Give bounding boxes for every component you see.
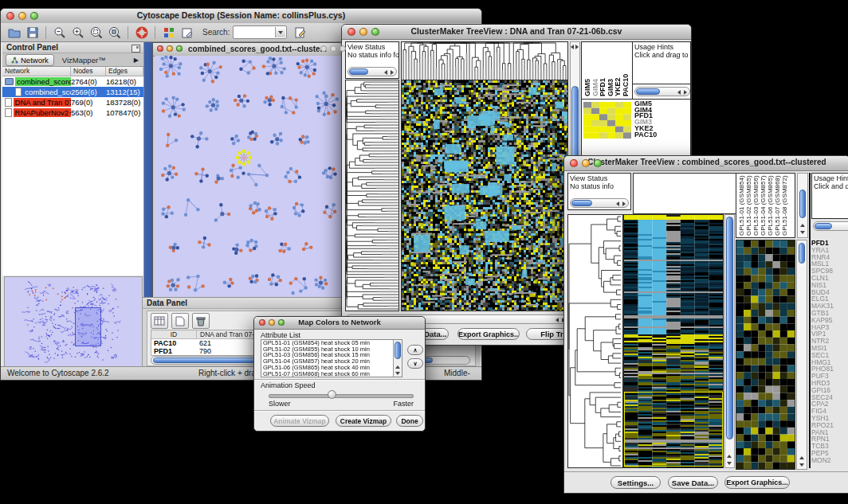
scrollbar-thumb[interactable] bbox=[636, 88, 660, 95]
column-label[interactable]: PFD1 bbox=[599, 78, 607, 96]
close-button[interactable] bbox=[6, 12, 14, 20]
scroll-right-icon[interactable] bbox=[391, 70, 394, 75]
scroll-down-icon[interactable] bbox=[799, 463, 804, 467]
close-button[interactable] bbox=[347, 28, 355, 36]
scroll-down-icon[interactable] bbox=[800, 231, 805, 234]
zoom-button[interactable] bbox=[30, 12, 38, 20]
tab-vizmapper[interactable]: VizMapper™ bbox=[62, 56, 106, 64]
zoom-detail-canvas[interactable] bbox=[736, 240, 795, 469]
tab-overflow-arrow[interactable]: ▶ bbox=[134, 57, 139, 64]
network-overview-canvas[interactable] bbox=[5, 277, 142, 366]
scroll-left-icon[interactable] bbox=[556, 318, 559, 322]
network-view-window-1[interactable]: combined_scores_good.txt--cluste... bbox=[152, 42, 344, 297]
minimize-button[interactable] bbox=[167, 45, 173, 52]
treeview2-titlebar[interactable]: ClusterMaker TreeView : combined_scores_… bbox=[564, 156, 848, 171]
scroll-left-icon[interactable] bbox=[571, 45, 574, 49]
scroll-left-icon[interactable] bbox=[677, 90, 681, 95]
column-label[interactable]: YKE2 bbox=[614, 77, 622, 96]
column-label[interactable]: GPL51-07 (GSM868) bbox=[774, 175, 781, 236]
zoom-detail-panel[interactable] bbox=[736, 240, 795, 470]
cluster-summary-heatmap[interactable] bbox=[583, 102, 631, 139]
attribute-list-item[interactable]: GPL51-07 (GSM868) heat shock 60 min bbox=[261, 371, 402, 377]
heatmap-canvas[interactable] bbox=[624, 215, 723, 467]
annotation-icon[interactable] bbox=[179, 25, 195, 41]
zoom-button[interactable] bbox=[176, 45, 183, 52]
animate-vizmap-button[interactable]: Animate Vizmap bbox=[270, 415, 329, 427]
column-label[interactable]: GPL51-08 (GSM872) bbox=[781, 175, 788, 236]
heatmap-canvas[interactable] bbox=[402, 80, 567, 311]
row-label[interactable]: PAC10 bbox=[634, 132, 657, 139]
row-dendrogram-canvas[interactable] bbox=[568, 215, 622, 467]
usage-hints-scrollbar[interactable] bbox=[634, 87, 690, 96]
close-button[interactable] bbox=[157, 45, 163, 52]
export-graphics-button[interactable]: Export Graphics... bbox=[724, 476, 790, 489]
scroll-left-icon[interactable] bbox=[616, 201, 619, 206]
zoom-button[interactable] bbox=[340, 45, 346, 52]
move-down-button[interactable]: ∨ bbox=[407, 358, 423, 369]
scroll-down-icon[interactable] bbox=[395, 372, 400, 375]
zoom-selected-icon[interactable] bbox=[88, 25, 104, 41]
scrollbar-thumb[interactable] bbox=[726, 217, 733, 440]
search-dropdown[interactable] bbox=[275, 27, 285, 37]
dialog-titlebar[interactable]: Map Colors to Network bbox=[254, 317, 425, 330]
zoom-button[interactable] bbox=[594, 159, 602, 167]
speed-slider-thumb[interactable] bbox=[328, 390, 336, 399]
gene-list-vscrollbar[interactable] bbox=[796, 240, 807, 470]
delete-attribute-icon[interactable] bbox=[192, 313, 210, 329]
zoom-button[interactable] bbox=[371, 28, 379, 36]
close-button[interactable] bbox=[570, 159, 578, 167]
scroll-up-icon[interactable] bbox=[800, 224, 805, 227]
settings-button[interactable]: Settings... bbox=[610, 476, 661, 489]
scrollbar-thumb[interactable] bbox=[799, 189, 806, 218]
minimize-button[interactable] bbox=[359, 28, 367, 36]
help-ring-icon[interactable] bbox=[133, 25, 150, 41]
close-button[interactable] bbox=[320, 45, 327, 52]
new-attribute-icon[interactable] bbox=[171, 313, 189, 329]
column-label[interactable]: GIM5 bbox=[583, 79, 591, 96]
scroll-right-icon[interactable] bbox=[684, 90, 687, 95]
search-input[interactable] bbox=[233, 25, 287, 39]
heatmap-panel[interactable] bbox=[623, 214, 724, 468]
done-button[interactable]: Done bbox=[396, 415, 423, 427]
attribute-editor-icon[interactable] bbox=[292, 25, 308, 41]
column-label[interactable]: GPL51-06 (GSM865) bbox=[767, 175, 774, 236]
network-table-row[interactable]: combined_sco 2569(6) 13112(15) bbox=[2, 87, 143, 97]
close-button[interactable] bbox=[259, 319, 265, 326]
scroll-up-icon[interactable] bbox=[799, 456, 804, 459]
float-panel-icon[interactable] bbox=[132, 45, 140, 53]
column-labels-vscrollbar[interactable] bbox=[797, 173, 808, 238]
column-label[interactable]: GPL51-02 (GSM855) bbox=[745, 175, 752, 236]
id-column-header[interactable]: ID bbox=[151, 330, 197, 338]
row-dendrogram-panel[interactable] bbox=[345, 80, 399, 311]
zoom-button[interactable] bbox=[278, 319, 285, 326]
zoom-fit-icon[interactable] bbox=[106, 25, 123, 41]
view-status-scrollbar[interactable] bbox=[570, 198, 629, 208]
save-button[interactable] bbox=[24, 25, 41, 41]
network-canvas-1[interactable] bbox=[155, 56, 342, 297]
column-dendrogram-canvas[interactable] bbox=[402, 42, 567, 80]
scrollbar-thumb[interactable] bbox=[571, 200, 592, 206]
network-overview-panel[interactable] bbox=[4, 276, 143, 367]
scroll-right-icon[interactable] bbox=[575, 45, 579, 49]
row-dendrogram-canvas[interactable] bbox=[346, 80, 398, 311]
zoom-out-icon[interactable] bbox=[51, 25, 68, 41]
column-label[interactable]: GPL51-03 (GSM856) bbox=[752, 175, 760, 236]
column-label[interactable]: GPL51-04 (GSM857) bbox=[760, 175, 767, 236]
column-label[interactable]: PAC10 bbox=[622, 74, 630, 96]
scroll-up-icon[interactable] bbox=[395, 365, 400, 369]
save-data-button[interactable]: Save Data... bbox=[668, 476, 718, 489]
minimize-button[interactable] bbox=[330, 45, 336, 52]
tab-network[interactable]: Network bbox=[6, 54, 54, 66]
heatmap-vscrollbar[interactable] bbox=[724, 214, 735, 468]
network-window-titlebar[interactable]: combined_scores_good.txt--cluste... bbox=[153, 43, 343, 57]
scrollbar-thumb[interactable] bbox=[395, 342, 401, 359]
attribute-list-vscrollbar[interactable] bbox=[393, 340, 402, 377]
speed-slider-track[interactable] bbox=[269, 394, 414, 398]
scroll-down-icon[interactable] bbox=[727, 462, 732, 465]
select-attributes-icon[interactable] bbox=[151, 313, 168, 329]
minimize-button[interactable] bbox=[582, 159, 590, 167]
column-label[interactable]: GPL51-01 (GSM854) bbox=[738, 175, 745, 236]
appearance-icon[interactable] bbox=[160, 25, 177, 41]
row-dendrogram-panel[interactable] bbox=[567, 214, 623, 468]
treeview1-titlebar[interactable]: ClusterMaker TreeView : DNA and Tran 07-… bbox=[342, 25, 691, 40]
